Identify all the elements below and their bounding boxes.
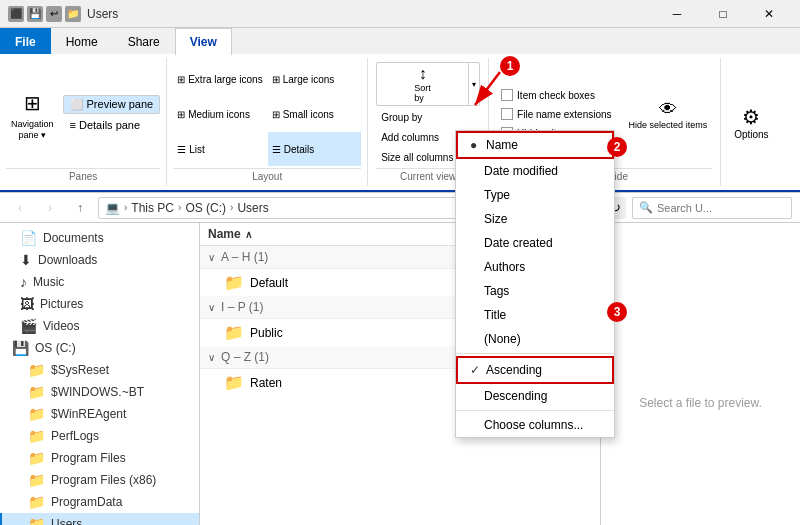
downloads-icon: ⬇ [20,252,32,268]
up-button[interactable]: ↑ [68,197,92,219]
hide-selected-button[interactable]: 👁 Hide selected items [624,96,713,133]
back-button[interactable]: ‹ [8,197,32,219]
group-label-ah: A – H (1) [221,250,268,264]
list-button[interactable]: ☰List [173,132,266,166]
ribbon-tabs: File Home Share View [0,28,800,54]
sidebar-item-pictures[interactable]: 🖼 Pictures [0,293,199,315]
documents-label: Documents [43,231,104,245]
date-modified-label: Date modified [484,164,602,178]
users-label: Users [51,517,82,525]
tags-label: Tags [484,284,602,298]
sysreset-label: $SysReset [51,363,109,377]
videos-label: Videos [43,319,79,333]
options-button[interactable]: ⚙ Options [729,102,773,143]
undo-icon[interactable]: ↩ [46,6,62,22]
name-option-label: Name [486,138,600,152]
programfilesx86-icon: 📁 [28,472,45,488]
large-icons-button[interactable]: ⊞Large icons [268,62,361,96]
group-label-qz: Q – Z (1) [221,350,269,364]
sidebar-item-windows-bt[interactable]: 📁 $WINDOWS.~BT [0,381,199,403]
sort-by-main[interactable]: ↕ Sortby [377,63,468,105]
search-input[interactable] [657,202,785,214]
sidebar-item-perflogs[interactable]: 📁 PerfLogs [0,425,199,447]
title-bar-left: ⬛ 💾 ↩ 📁 Users [8,6,118,22]
quick-access-icon[interactable]: ⬛ [8,6,24,22]
layout-group: ⊞Extra large icons ⊞Large icons ⊞Medium … [167,58,368,186]
sidebar-item-sysreset[interactable]: 📁 $SysReset [0,359,199,381]
date-created-label: Date created [484,236,602,250]
extra-large-icons-button[interactable]: ⊞Extra large icons [173,62,266,96]
sidebar-item-programfiles[interactable]: 📁 Program Files [0,447,199,469]
path-sep-1: › [124,202,127,213]
path-thispc: This PC [131,201,174,215]
winreagent-icon: 📁 [28,406,45,422]
file-name-extensions-toggle[interactable]: File name extensions [497,106,616,122]
minimize-button[interactable]: ─ [654,0,700,28]
sort-by-button[interactable]: ↕ Sortby ▾ [376,62,480,106]
tab-file[interactable]: File [0,28,51,54]
ribbon: File Home Share View ⊞ Navigationpane ▾ … [0,28,800,193]
close-button[interactable]: ✕ [746,0,792,28]
small-icons-button[interactable]: ⊞Small icons [268,97,361,131]
group-toggle-ip[interactable]: ∨ [208,302,215,313]
descending-label: Descending [484,389,602,403]
ascending-check: ✓ [470,363,486,377]
path-sep-3: › [230,202,233,213]
dropdown-item-name[interactable]: ● Name [456,131,614,159]
dropdown-item-ascending[interactable]: ✓ Ascending [456,356,614,384]
navigation-pane-button[interactable]: ⊞ Navigationpane ▾ [6,84,59,144]
dropdown-item-title[interactable]: Title [456,303,614,327]
sidebar-item-winreagent[interactable]: 📁 $WinREAgent [0,403,199,425]
layout-grid: ⊞Extra large icons ⊞Large icons ⊞Medium … [173,62,361,166]
dropdown-item-tags[interactable]: Tags [456,279,614,303]
sidebar-item-downloads[interactable]: ⬇ Downloads [0,249,199,271]
sidebar-item-music[interactable]: ♪ Music [0,271,199,293]
preview-pane-button[interactable]: ⬜ Preview pane [63,95,161,114]
tab-share[interactable]: Share [113,28,175,54]
pictures-icon: 🖼 [20,296,34,312]
item-check-boxes-checkbox[interactable] [501,89,513,101]
group-toggle-ah[interactable]: ∨ [208,252,215,263]
sidebar-item-osc[interactable]: 💾 OS (C:) [0,337,199,359]
sidebar-item-videos[interactable]: 🎬 Videos [0,315,199,337]
dropdown-item-descending[interactable]: Descending [456,384,614,408]
dropdown-item-size[interactable]: Size [456,207,614,231]
sort-by-dropdown-arrow[interactable]: ▾ [468,63,479,105]
medium-icons-button[interactable]: ⊞Medium icons [173,97,266,131]
window-title: Users [87,7,118,21]
group-by-button[interactable]: Group by [376,109,480,126]
group-toggle-qz[interactable]: ∨ [208,352,215,363]
item-check-boxes-toggle[interactable]: Item check boxes [497,87,616,103]
dropdown-item-date-modified[interactable]: Date modified [456,159,614,183]
hide-selected-label: Hide selected items [629,120,708,130]
sidebar: 📄 Documents ⬇ Downloads ♪ Music 🖼 Pictur… [0,223,200,525]
dropdown-item-authors[interactable]: Authors [456,255,614,279]
sidebar-item-programdata[interactable]: 📁 ProgramData [0,491,199,513]
save-icon[interactable]: 💾 [27,6,43,22]
tab-home[interactable]: Home [51,28,113,54]
raten-label: Raten [250,376,282,390]
options-icon: ⚙ [742,105,760,129]
nav-pane-icon: ⊞ [16,87,48,119]
forward-button[interactable]: › [38,197,62,219]
title-bar-icons: ⬛ 💾 ↩ 📁 [8,6,81,22]
file-name-ext-checkbox[interactable] [501,108,513,120]
options-label: Options [734,129,768,140]
sidebar-item-users[interactable]: 📁 Users [0,513,199,525]
details-button[interactable]: ☰Details [268,132,361,166]
sort-arrow: ∧ [245,229,252,240]
dropdown-item-choose-columns[interactable]: Choose columns... [456,413,614,437]
sidebar-item-documents[interactable]: 📄 Documents [0,227,199,249]
dropdown-item-none[interactable]: (None) [456,327,614,351]
dropdown-item-type[interactable]: Type [456,183,614,207]
tab-view[interactable]: View [175,28,232,55]
details-pane-button[interactable]: ≡ Details pane [63,116,161,134]
pane-toggles: ⬜ Preview pane ≡ Details pane [63,95,161,134]
search-box[interactable]: 🔍 [632,197,792,219]
maximize-button[interactable]: □ [700,0,746,28]
sidebar-item-programfilesx86[interactable]: 📁 Program Files (x86) [0,469,199,491]
sort-by-label: Sortby [414,83,431,103]
type-label: Type [484,188,602,202]
sort-dropdown-menu[interactable]: ● Name Date modified Type Size Date crea… [455,130,615,438]
dropdown-item-date-created[interactable]: Date created [456,231,614,255]
